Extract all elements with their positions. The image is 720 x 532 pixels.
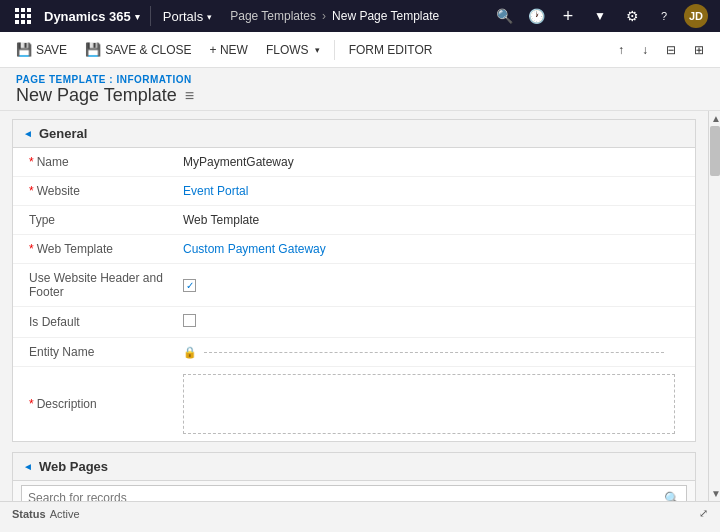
lock-icon: 🔒 — [183, 346, 197, 358]
general-section-header[interactable]: ◄ General — [13, 120, 695, 148]
help-nav-icon[interactable]: ? — [648, 0, 680, 32]
field-row-header-footer: Use Website Header and Footer ✓ — [13, 264, 695, 307]
scroll-down-btn[interactable]: ▼ — [709, 486, 720, 501]
breadcrumb: Page Templates › New Page Template — [222, 9, 488, 23]
entity-name-dotted-line — [204, 352, 664, 353]
web-template-link[interactable]: Custom Payment Gateway — [183, 242, 326, 256]
flows-dropdown-icon: ▾ — [315, 45, 320, 55]
header-footer-checkbox[interactable]: ✓ — [183, 279, 196, 292]
field-value-entity-name: 🔒 — [173, 338, 695, 367]
status-bar-right: ⤢ — [699, 507, 708, 520]
toolbar-right-icons: ↑ ↓ ⊟ ⊞ — [610, 36, 712, 64]
scrollbar[interactable]: ▲ ▼ — [708, 111, 720, 501]
field-label-entity-name: Entity Name — [13, 338, 173, 367]
scroll-thumb[interactable] — [710, 126, 720, 176]
filter-nav-icon[interactable]: ▼ — [584, 0, 616, 32]
description-field[interactable] — [183, 374, 675, 434]
flows-button[interactable]: FLOWS ▾ — [258, 36, 328, 64]
save-close-icon: 💾 — [85, 42, 101, 57]
form-editor-button[interactable]: FORM EDITOR — [341, 36, 441, 64]
app-chevron-icon: ▾ — [135, 12, 140, 22]
expand-button[interactable]: ⊞ — [686, 36, 712, 64]
field-row-website: Website Event Portal — [13, 177, 695, 206]
expand-status-icon[interactable]: ⤢ — [699, 507, 708, 519]
field-label-name: Name — [13, 148, 173, 177]
field-row-name: Name MyPaymentGateway — [13, 148, 695, 177]
nav-separator-1 — [150, 6, 151, 26]
breadcrumb-sep: › — [322, 9, 326, 23]
field-row-description: Description — [13, 367, 695, 442]
search-nav-icon[interactable]: 🔍 — [488, 0, 520, 32]
field-value-name: MyPaymentGateway — [173, 148, 695, 177]
is-default-checkbox[interactable] — [183, 314, 196, 327]
field-value-web-template: Custom Payment Gateway — [173, 235, 695, 264]
field-label-web-template: Web Template — [13, 235, 173, 264]
save-icon: 💾 — [16, 42, 32, 57]
field-label-description: Description — [13, 367, 173, 442]
module-label: Portals — [163, 9, 203, 24]
field-row-entity-name: Entity Name 🔒 — [13, 338, 695, 367]
general-form-table: Name MyPaymentGateway Website Event Port… — [13, 148, 695, 441]
content-area: ◄ General Name MyPaymentGateway Website … — [0, 111, 708, 501]
avatar-initials: JD — [684, 4, 708, 28]
avatar[interactable]: JD — [680, 0, 712, 32]
breadcrumb-item-1[interactable]: Page Templates — [230, 9, 316, 23]
website-link[interactable]: Event Portal — [183, 184, 248, 198]
field-label-type: Type — [13, 206, 173, 235]
record-type-label: PAGE TEMPLATE : INFORMATION — [16, 74, 704, 85]
record-header: PAGE TEMPLATE : INFORMATION New Page Tem… — [0, 68, 720, 111]
field-value-type: Web Template — [173, 206, 695, 235]
web-pages-section: ◄ Web Pages 🔍 Name ↑ Partial URL Parent — [12, 452, 696, 501]
collapse-button[interactable]: ⊟ — [658, 36, 684, 64]
module-nav-button[interactable]: Portals ▾ — [153, 0, 222, 32]
history-nav-icon[interactable]: 🕐 — [520, 0, 552, 32]
scroll-up-button[interactable]: ↑ — [610, 36, 632, 64]
settings-nav-icon[interactable]: ⚙ — [616, 0, 648, 32]
field-value-is-default — [173, 307, 695, 338]
app-name-label: Dynamics 365 — [44, 9, 131, 24]
field-label-header-footer: Use Website Header and Footer — [13, 264, 173, 307]
web-pages-section-header[interactable]: ◄ Web Pages — [13, 453, 695, 481]
field-row-is-default: Is Default — [13, 307, 695, 338]
scroll-track — [709, 126, 720, 486]
record-title-row: New Page Template ≡ — [16, 85, 704, 106]
general-section: ◄ General Name MyPaymentGateway Website … — [12, 119, 696, 442]
new-button[interactable]: + NEW — [202, 36, 256, 64]
save-close-button[interactable]: 💾 SAVE & CLOSE — [77, 36, 199, 64]
field-label-is-default: Is Default — [13, 307, 173, 338]
web-pages-section-title: Web Pages — [39, 459, 108, 474]
field-value-website: Event Portal — [173, 177, 695, 206]
nav-icons-area: 🔍 🕐 + ▼ ⚙ ? JD — [488, 0, 712, 32]
save-button[interactable]: 💾 SAVE — [8, 36, 75, 64]
app-icon — [8, 0, 36, 32]
record-menu-icon[interactable]: ≡ — [185, 87, 194, 105]
web-pages-search-input[interactable] — [28, 491, 664, 501]
search-icon: 🔍 — [664, 491, 680, 502]
general-toggle-icon: ◄ — [23, 128, 33, 139]
record-title: New Page Template — [16, 85, 177, 106]
scroll-down-button[interactable]: ↓ — [634, 36, 656, 64]
field-value-description — [173, 367, 695, 442]
app-name-button[interactable]: Dynamics 365 ▾ — [36, 0, 148, 32]
field-row-type: Type Web Template — [13, 206, 695, 235]
module-chevron-icon: ▾ — [207, 12, 212, 22]
scroll-up-btn[interactable]: ▲ — [709, 111, 720, 126]
toolbar: 💾 SAVE 💾 SAVE & CLOSE + NEW FLOWS ▾ FORM… — [0, 32, 720, 68]
field-label-website: Website — [13, 177, 173, 206]
web-pages-toolbar: 🔍 — [13, 481, 695, 501]
general-section-title: General — [39, 126, 87, 141]
field-value-header-footer: ✓ — [173, 264, 695, 307]
top-nav-bar: Dynamics 365 ▾ Portals ▾ Page Templates … — [0, 0, 720, 32]
toolbar-separator — [334, 40, 335, 60]
breadcrumb-current: New Page Template — [332, 9, 439, 23]
status-value: Active — [50, 508, 80, 520]
status-bar: Status Active ⤢ — [0, 501, 720, 525]
field-row-web-template: Web Template Custom Payment Gateway — [13, 235, 695, 264]
add-nav-icon[interactable]: + — [552, 0, 584, 32]
status-label: Status — [12, 508, 46, 520]
web-pages-search-box[interactable]: 🔍 — [21, 485, 687, 501]
grid-icon — [15, 8, 29, 24]
main-area: ◄ General Name MyPaymentGateway Website … — [0, 111, 720, 501]
web-pages-toggle-icon: ◄ — [23, 461, 33, 472]
